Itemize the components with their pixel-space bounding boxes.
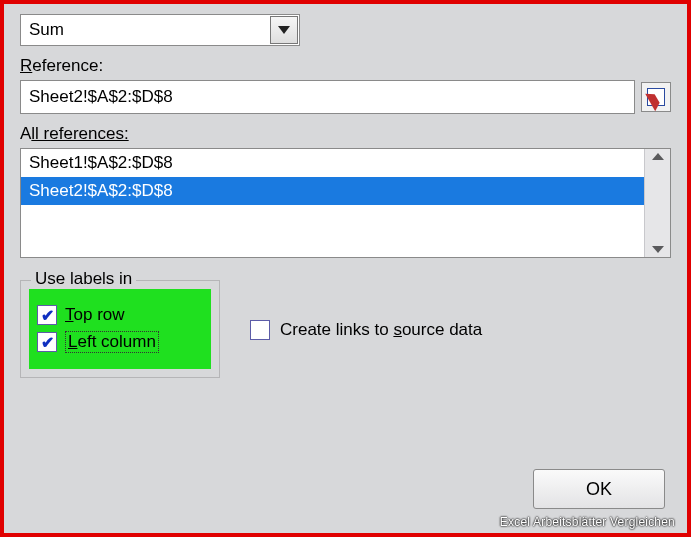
- ok-button[interactable]: OK: [533, 469, 665, 509]
- create-links-label: Create links to source data: [280, 320, 482, 340]
- reference-input[interactable]: [20, 80, 635, 114]
- use-labels-group: Use labels in ✔ Top row ✔ Left column: [20, 280, 220, 378]
- scroll-down-icon: [652, 246, 664, 253]
- highlight-box: ✔ Top row ✔ Left column: [29, 289, 211, 369]
- list-item[interactable]: Sheet1!$A$2:$D$8: [21, 149, 644, 177]
- function-dropdown-value: Sum: [21, 20, 269, 40]
- reference-label: Reference:: [20, 56, 671, 76]
- watermark-text: Excel Arbeitsblätter Vergleichen: [500, 515, 675, 529]
- range-picker-button[interactable]: [641, 82, 671, 112]
- consolidate-dialog: Sum Reference: All references: Sheet1!$A…: [0, 0, 691, 537]
- left-column-label: Left column: [65, 331, 159, 353]
- all-references-label: All references:: [20, 124, 671, 144]
- create-links-checkbox[interactable]: ✔: [250, 320, 270, 340]
- dropdown-button[interactable]: [270, 16, 298, 44]
- function-dropdown[interactable]: Sum: [20, 14, 300, 46]
- scroll-up-icon: [652, 153, 664, 160]
- use-labels-legend: Use labels in: [31, 269, 136, 289]
- list-item[interactable]: Sheet2!$A$2:$D$8: [21, 177, 644, 205]
- left-column-checkbox[interactable]: ✔: [37, 332, 57, 352]
- top-row-checkbox[interactable]: ✔: [37, 305, 57, 325]
- scrollbar[interactable]: [644, 149, 670, 257]
- all-references-listbox[interactable]: Sheet1!$A$2:$D$8 Sheet2!$A$2:$D$8: [20, 148, 671, 258]
- range-picker-icon: [647, 88, 665, 106]
- top-row-label: Top row: [65, 305, 125, 325]
- chevron-down-icon: [278, 26, 290, 34]
